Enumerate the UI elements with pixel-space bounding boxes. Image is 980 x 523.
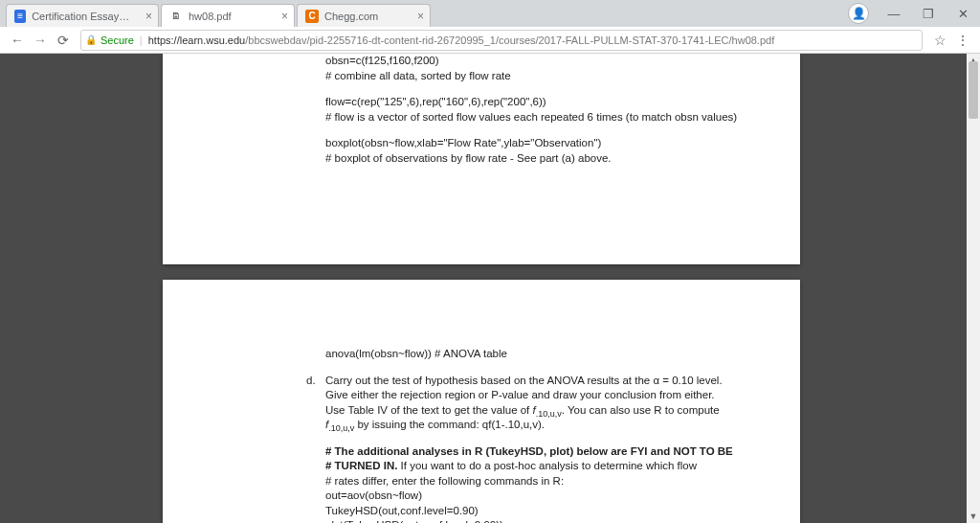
vertical-scrollbar[interactable]: ▲ ▼ bbox=[967, 54, 980, 523]
back-button[interactable]: ← bbox=[6, 30, 29, 51]
tab-title: Certification Essay WSU bbox=[32, 11, 131, 22]
code-line: boxplot(obsn~flow,xlab="Flow Rate",ylab=… bbox=[325, 136, 771, 151]
chegg-icon: C bbox=[305, 10, 319, 23]
comment-line: # TURNED IN. If you want to do a post-ho… bbox=[325, 459, 771, 474]
url-text: https://learn.wsu.edu/bbcswebdav/pid-225… bbox=[148, 34, 775, 46]
comment-line: # flow is a vector of sorted flow values… bbox=[325, 110, 771, 125]
comment-line: # rates differ, enter the following comm… bbox=[325, 474, 771, 489]
body-text: Carry out the test of hypothesis based o… bbox=[325, 374, 771, 389]
body-text: Give either the rejection region or P-va… bbox=[325, 388, 771, 403]
tab-hw08[interactable]: 🗎 hw08.pdf × bbox=[161, 4, 295, 27]
secure-label: Secure bbox=[100, 34, 134, 46]
scroll-thumb[interactable] bbox=[969, 61, 978, 119]
tab-certification[interactable]: ≡ Certification Essay WSU × bbox=[6, 4, 159, 27]
code-line: out=aov(obsn~flow) bbox=[325, 489, 771, 504]
toolbar: ← → ⟳ 🔒 Secure | https://learn.wsu.edu/b… bbox=[0, 27, 980, 54]
code-line: flow=c(rep("125",6),rep("160",6),rep("20… bbox=[325, 95, 771, 110]
separator: | bbox=[140, 34, 143, 46]
pdf-page-1: obsn=c(f125,f160,f200) # combine all dat… bbox=[163, 54, 800, 264]
comment-line: # The additional analyses in R (TukeyHSD… bbox=[325, 444, 771, 460]
minimize-button[interactable]: — bbox=[877, 1, 911, 26]
pdf-viewer: obsn=c(f125,f160,f200) # combine all dat… bbox=[0, 54, 980, 523]
close-icon[interactable]: × bbox=[281, 10, 288, 23]
forward-button[interactable]: → bbox=[29, 30, 52, 51]
address-bar[interactable]: 🔒 Secure | https://learn.wsu.edu/bbcsweb… bbox=[80, 30, 923, 51]
comment-line: # boxplot of observations by flow rate -… bbox=[325, 151, 771, 167]
list-item-d: d. Carry out the test of hypothesis base… bbox=[325, 374, 771, 433]
close-icon[interactable]: × bbox=[417, 10, 424, 23]
tab-strip: ≡ Certification Essay WSU × 🗎 hw08.pdf ×… bbox=[0, 0, 980, 27]
code-line: anova(lm(obsn~flow)) # ANOVA table bbox=[325, 347, 771, 362]
body-text: Use Table IV of the text to get the valu… bbox=[325, 403, 771, 419]
doc-icon: ≡ bbox=[14, 10, 26, 23]
user-avatar[interactable]: 👤 bbox=[848, 3, 869, 24]
menu-button[interactable]: ⋮ bbox=[951, 30, 974, 51]
code-line: obsn=c(f125,f160,f200) bbox=[325, 54, 771, 69]
pdf-page-2: anova(lm(obsn~flow)) # ANOVA table d. Ca… bbox=[163, 280, 800, 523]
code-line: TukeyHSD(out,conf.level=0.90) bbox=[325, 504, 771, 519]
tab-title: Chegg.com bbox=[324, 11, 378, 22]
close-icon[interactable]: × bbox=[145, 10, 152, 23]
reload-button[interactable]: ⟳ bbox=[52, 30, 75, 51]
bookmark-button[interactable]: ☆ bbox=[928, 30, 951, 51]
close-window-button[interactable]: ✕ bbox=[946, 1, 980, 26]
scroll-down-icon[interactable]: ▼ bbox=[967, 510, 980, 523]
file-icon: 🗎 bbox=[169, 10, 183, 23]
browser-chrome: ≡ Certification Essay WSU × 🗎 hw08.pdf ×… bbox=[0, 0, 980, 54]
comment-line: # combine all data, sorted by flow rate bbox=[325, 69, 771, 84]
item-letter: d. bbox=[306, 374, 316, 389]
code-line: plot(TukeyHSD(out,conf.level=0.90)) bbox=[325, 518, 771, 523]
lock-icon: 🔒 bbox=[85, 34, 97, 45]
maximize-button[interactable]: ❐ bbox=[911, 1, 946, 26]
tab-chegg[interactable]: C Chegg.com × bbox=[297, 4, 431, 27]
body-text: f.10,u,v by issuing the command: qf(1-.1… bbox=[325, 418, 771, 433]
window-controls: 👤 — ❐ ✕ bbox=[848, 0, 980, 27]
tab-title: hw08.pdf bbox=[189, 11, 232, 22]
fyi-block: # The additional analyses in R (TukeyHSD… bbox=[325, 444, 771, 523]
